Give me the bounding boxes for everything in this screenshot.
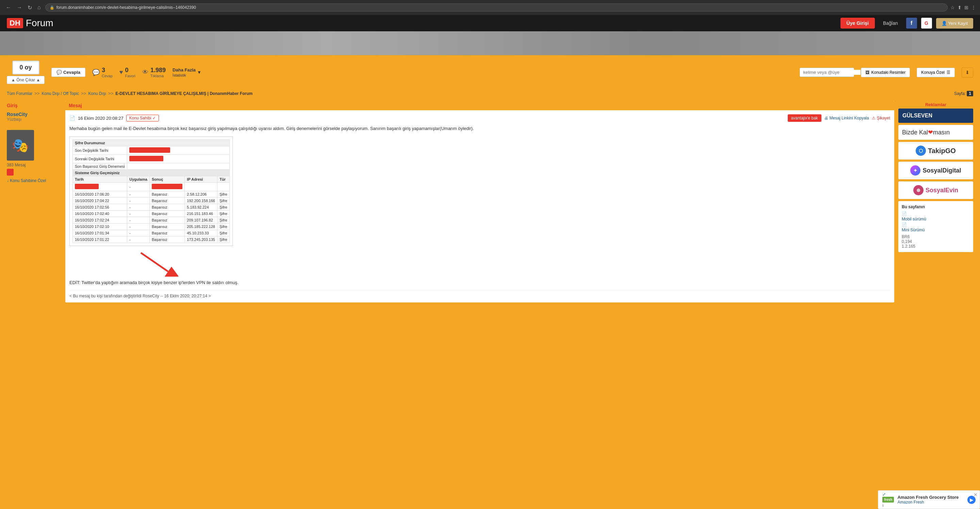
tiklama-stat: 👁 1.989 Tıklama bbox=[142, 67, 166, 78]
ad-sosyal-evin[interactable]: ⊛ SosyalEvin bbox=[898, 181, 973, 199]
col-tarih: Tarih bbox=[73, 176, 127, 182]
yeni-kayit-button[interactable]: 👤 Yeni Kayıt bbox=[936, 18, 973, 29]
redacted-2 bbox=[129, 156, 163, 161]
konudaki-resimler-button[interactable]: 🖼 Konudaki Resimler bbox=[861, 68, 910, 77]
cevap-icon: 💬 bbox=[92, 69, 100, 76]
extensions-button[interactable]: ⊞ bbox=[964, 5, 969, 10]
row-tarih: 16/10/2020 17:06:20 bbox=[73, 191, 127, 197]
share-button[interactable]: ⬆ bbox=[958, 5, 962, 10]
login-button[interactable]: Üye Girişi bbox=[840, 18, 875, 29]
ad-gulseven[interactable]: GÜLSEVEN bbox=[898, 108, 973, 123]
konu-disi2-link[interactable]: Konu Dışı bbox=[88, 91, 106, 96]
table-row: 16/10/2020 17:02:40-Başarısız216.151.183… bbox=[73, 210, 230, 217]
header-right: Üye Girişi Bağlan f G 👤 Yeni Kayıt bbox=[840, 18, 973, 29]
ad-takipgo[interactable]: ⬡ TakipGO bbox=[898, 142, 973, 159]
all-forums-link[interactable]: Tüm Forumlar bbox=[7, 91, 32, 96]
breadcrumb-left: Tüm Forumlar >> Konu Dışı / Off Topic >>… bbox=[7, 91, 253, 96]
nav-buttons: ← → ↻ ⌂ bbox=[4, 4, 43, 11]
refresh-button[interactable]: ↻ bbox=[26, 4, 34, 11]
cevap-label: Cevap bbox=[102, 74, 113, 78]
one-cikar-button[interactable]: ▲ Öne Çıkar ▲ bbox=[7, 76, 45, 84]
col-uygulama: Uygulama bbox=[127, 176, 150, 182]
post-date: 16 Ekim 2020 20:08:27 bbox=[78, 116, 124, 121]
top-banner bbox=[0, 31, 980, 55]
search-input[interactable] bbox=[803, 70, 861, 75]
konu-disi-link[interactable]: Konu Dışı / Off Topic bbox=[42, 91, 79, 96]
sosyal-evin-text: SosyalEvin bbox=[926, 187, 958, 194]
ad-sosyal-digital[interactable]: ✦ SosyalDigital bbox=[898, 162, 973, 179]
sayfa-info: Sayfa: 1 bbox=[954, 91, 973, 96]
daha-fazla-text: Daha Fazlaİstatistik bbox=[172, 67, 196, 78]
sikayet-button[interactable]: ⚠ Şikayet bbox=[872, 116, 890, 121]
col-sonuc: Sonuç bbox=[150, 176, 185, 182]
back-button[interactable]: ← bbox=[4, 4, 13, 11]
table-row: 16/10/2020 17:01:34-Başarısız45.10.233.3… bbox=[73, 230, 230, 236]
post-actions: avantajix'e bak 🖨 Mesaj Linkini Kopyala … bbox=[788, 115, 890, 122]
vote-area: 0 oy ▲ Öne Çıkar ▲ bbox=[7, 60, 45, 84]
konuya-ozel-button[interactable]: Konuya Özel ☰ bbox=[917, 68, 955, 77]
post-section-title: Mesaj bbox=[65, 101, 894, 110]
right-sidebar: Reklamlar GÜLSEVEN Bizde Kal❤masın ⬡ Tak… bbox=[898, 101, 973, 302]
star-button[interactable]: ☆ bbox=[950, 5, 955, 10]
gulseven-text: GÜLSEVEN bbox=[902, 113, 932, 118]
yeni-kayit-label: Yeni Kayıt bbox=[948, 21, 968, 26]
user-rank: Yüzbaşı bbox=[7, 117, 61, 122]
cevapla-button[interactable]: 💬 Cevapla bbox=[51, 68, 86, 77]
redacted-1 bbox=[129, 147, 170, 153]
sonraki-degisiklik-label: Sonraki Değişiklik Tarihi bbox=[73, 154, 127, 163]
home-button[interactable]: ⌂ bbox=[36, 4, 43, 11]
sikayet-label: Şikayet bbox=[877, 116, 890, 121]
daha-fazla-button[interactable]: Daha Fazlaİstatistik ▼ bbox=[172, 67, 202, 78]
konu-sahibine-ozel-link[interactable]: ↓ Konu Sahibine Özel bbox=[7, 178, 61, 183]
avatar: 🎭 bbox=[7, 130, 34, 161]
address-bar[interactable]: 🔒 forum.donanimhaber.com/e-devlet-hesabi… bbox=[45, 3, 948, 11]
ad-bidekalasin[interactable]: Bizde Kal❤masın bbox=[898, 125, 973, 140]
post-text: Merhaba bugün gelen mail ile E-Devlet he… bbox=[69, 125, 890, 132]
screenshot-table: Şifre Durumunuz Son Değişiklik Tarihi So… bbox=[73, 140, 230, 243]
redacted-sonuc bbox=[152, 184, 182, 189]
username[interactable]: RoseCity bbox=[7, 111, 61, 117]
user-msg-count: 383 Mesaj bbox=[7, 163, 61, 167]
search-box[interactable]: 🔍 bbox=[800, 68, 854, 77]
cevapla-area: 💬 Cevapla bbox=[51, 68, 86, 77]
download-button[interactable]: ⬇ bbox=[962, 67, 973, 78]
forward-button[interactable]: → bbox=[15, 4, 24, 11]
sifre-durumunuz-label: Şifre Durumunuz bbox=[75, 141, 105, 145]
tiklama-count: 1.989 bbox=[150, 67, 166, 74]
lock-icon: 🔒 bbox=[50, 5, 54, 10]
user-badge bbox=[7, 169, 14, 176]
takipgo-text: TakipGO bbox=[928, 147, 956, 155]
col-tur: Tür bbox=[218, 176, 230, 182]
sosyal-digital-text: SosyalDigital bbox=[923, 167, 961, 174]
site-header: DH Forum Üye Girişi Bağlan f G 👤 Yeni Ka… bbox=[0, 15, 980, 31]
browser-actions: ☆ ⬆ ⊞ ⋮ bbox=[950, 5, 976, 10]
stats-section: 0 oy ▲ Öne Çıkar ▲ 💬 Cevapla 💬 3 Cevap ♥… bbox=[0, 55, 980, 89]
baglan-button[interactable]: Bağlan bbox=[879, 18, 902, 29]
image-icon: 🖼 bbox=[865, 70, 869, 75]
mesaj-linki-label: Mesaj Linkini Kopyala bbox=[830, 116, 869, 121]
redacted-date bbox=[75, 184, 99, 189]
reklamlar-title: Reklamlar bbox=[898, 101, 973, 108]
user-stars: ★★★★ bbox=[7, 122, 61, 128]
br-num2: 1.2.165 bbox=[902, 244, 970, 249]
cevap-count: 3 bbox=[102, 67, 113, 74]
mesaj-linki-button[interactable]: 🖨 Mesaj Linkini Kopyala bbox=[824, 116, 869, 121]
eye-icon: 👁 bbox=[142, 69, 148, 76]
yeni-kayit-icon: 👤 bbox=[942, 21, 947, 26]
son-basarisiz-label: Son Başarısız Giriş Denemesi bbox=[73, 163, 127, 169]
left-sidebar: Giriş RoseCity Yüzbaşı ★★★★ 🎭 383 Mesaj … bbox=[7, 101, 61, 302]
avantajix-button[interactable]: avantajix'e bak bbox=[788, 115, 821, 122]
konu-sahibi-badge: Konu Sahibi ✓ bbox=[126, 115, 159, 121]
main-content: Giriş RoseCity Yüzbaşı ★★★★ 🎭 383 Mesaj … bbox=[0, 97, 980, 306]
menu-button[interactable]: ⋮ bbox=[971, 5, 976, 10]
cevap-stat: 💬 3 Cevap bbox=[92, 67, 113, 78]
mobil-surumu-link[interactable]: Mobil sürümü bbox=[902, 217, 970, 221]
google-button[interactable]: G bbox=[921, 18, 932, 29]
mini-surumu-link[interactable]: Mini Sürümü bbox=[902, 227, 970, 232]
stats-bar: 0 oy ▲ Öne Çıkar ▲ 💬 Cevapla 💬 3 Cevap ♥… bbox=[7, 58, 973, 87]
table-row: 16/10/2020 17:02:10-Başarısız205.185.222… bbox=[73, 223, 230, 230]
post-header: 📄 16 Ekim 2020 20:08:27 Konu Sahibi ✓ av… bbox=[69, 115, 890, 122]
takipgo-icon: ⬡ bbox=[916, 146, 926, 156]
table-row: 16/10/2020 17:02:56-Başarısız5.183.92.22… bbox=[73, 204, 230, 210]
facebook-button[interactable]: f bbox=[906, 18, 917, 29]
